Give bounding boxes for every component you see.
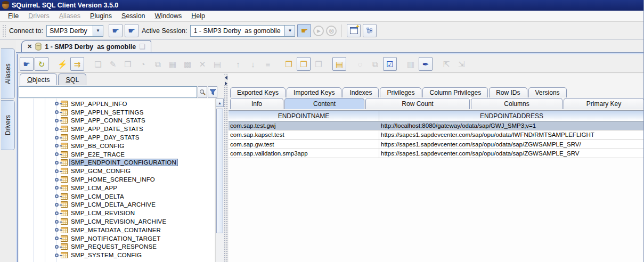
tab-primary-key[interactable]: Primary Key xyxy=(564,98,644,109)
menu-item[interactable]: File xyxy=(3,11,23,21)
tree-item[interactable]: SMP_APPLN_INFO xyxy=(19,100,215,108)
detail-tab[interactable]: Column Privileges xyxy=(422,87,488,97)
sep[interactable] xyxy=(327,57,331,71)
tree-item[interactable]: SMP_METADATA_CONTAINER xyxy=(19,226,215,234)
panel-splitter[interactable] xyxy=(224,73,228,262)
arrow-down-icon[interactable]: ↓ xyxy=(246,57,260,71)
validate-icon[interactable]: ☑ xyxy=(383,57,397,71)
sep[interactable] xyxy=(50,57,54,71)
duplicate-icon[interactable]: ⧉ xyxy=(368,57,382,71)
expand-knob-icon[interactable] xyxy=(55,220,59,224)
alias-properties-button[interactable]: ☛ xyxy=(125,24,138,37)
delete-icon[interactable]: ✕ xyxy=(195,57,209,71)
tree-scrollbar[interactable]: ▲ xyxy=(215,99,224,262)
collapse-left-icon[interactable] xyxy=(225,76,227,80)
sep[interactable] xyxy=(398,57,403,71)
copy-icon[interactable]: ⧉ xyxy=(151,57,165,71)
object-tree-button[interactable] xyxy=(363,24,377,37)
tree-item[interactable]: SMP_ENDPOINT_CONFIGURATION xyxy=(19,159,215,167)
history-icon[interactable]: ◔ xyxy=(136,57,150,71)
column-header-endpointname[interactable]: ENDPOINTNAME xyxy=(229,111,379,121)
collapse-right-icon[interactable] xyxy=(225,81,227,86)
tree-item[interactable]: SMP_GCM_CONFIG xyxy=(19,167,215,175)
panel-tab[interactable]: Objects xyxy=(20,73,57,85)
expand-knob-icon[interactable] xyxy=(55,186,59,190)
com.sap.validation.smp3app[interactable]: com.sap.validation.smp3app https://sapes… xyxy=(229,149,644,158)
refresh-icon[interactable]: ↻ xyxy=(35,57,48,71)
filter-button[interactable] xyxy=(208,86,217,98)
tree-filter-input[interactable] xyxy=(19,86,197,98)
sep[interactable] xyxy=(276,57,281,71)
window-pointer-icon[interactable]: ❐ xyxy=(297,57,311,71)
tree-item[interactable]: SMP_LCM_DELTA_ARCHIVE xyxy=(19,201,215,209)
save-as-icon[interactable]: ▩ xyxy=(181,57,194,71)
detail-tab[interactable]: Exported Keys xyxy=(230,87,286,97)
edit-icon[interactable]: ✎ xyxy=(106,57,120,71)
menu-item[interactable]: Aliases xyxy=(54,11,85,21)
cancel-session-button[interactable]: ⊗ xyxy=(326,26,337,36)
toolbar-grip[interactable] xyxy=(2,24,6,37)
cascade-windows-icon[interactable]: ❐ xyxy=(312,57,325,71)
commit-icon[interactable]: ⇉ xyxy=(70,57,84,71)
expand-knob-icon[interactable] xyxy=(55,144,59,148)
tree-item[interactable]: SMP_SYSTEM_CONFIG xyxy=(19,251,215,259)
tree-item[interactable]: SMP_BB_CONFIG xyxy=(19,142,215,150)
tree-item[interactable]: SMP_REQUEST_RESPONSE xyxy=(19,243,215,251)
expand-knob-icon[interactable] xyxy=(55,228,59,232)
arrow-up-icon[interactable]: ↑ xyxy=(231,57,245,71)
list-icon[interactable]: ≡ xyxy=(261,57,275,71)
detail-tab[interactable]: Privileges xyxy=(380,87,421,97)
expand-knob-icon[interactable] xyxy=(55,136,59,140)
save-icon[interactable]: ▦ xyxy=(166,57,180,71)
column-header-endpointaddress[interactable]: ENDPOINTADDRESS xyxy=(379,111,644,121)
menu-item[interactable]: Drivers xyxy=(23,11,54,21)
connect-table-icon[interactable]: ☛ xyxy=(20,57,34,71)
alias-combobox[interactable]: SMP3 Derby ▼ xyxy=(46,25,103,37)
sep[interactable] xyxy=(434,57,438,71)
tree-item[interactable]: SMP_APP_CONN_STATS xyxy=(19,117,215,125)
tile-windows-icon[interactable]: ❐ xyxy=(282,57,296,71)
detail-tab[interactable]: Indexes xyxy=(343,87,379,97)
new-file-icon[interactable]: ❏ xyxy=(91,57,105,71)
find-button[interactable] xyxy=(198,86,207,98)
books-icon[interactable]: ▥ xyxy=(404,57,418,71)
aliases-rail-tab[interactable]: Aliases xyxy=(1,48,15,99)
menu-item[interactable]: Plugins xyxy=(85,11,117,21)
expand-knob-icon[interactable] xyxy=(55,203,59,207)
worksheet-icon[interactable]: ▤ xyxy=(332,57,346,71)
com.sap.kapsel.test[interactable]: com.sap.kapsel.test https://sapes1.sapde… xyxy=(229,130,644,140)
expand-knob-icon[interactable] xyxy=(55,161,59,165)
sep[interactable] xyxy=(347,57,352,71)
detail-tab[interactable]: Versions xyxy=(528,87,567,97)
chevron-down-icon[interactable]: ▼ xyxy=(93,26,103,36)
expand-knob-icon[interactable] xyxy=(55,127,59,131)
com.sap.test.gwj[interactable]: com.sap.test.gwj http://localhost:8080/g… xyxy=(229,121,644,130)
session-tab[interactable]: ✕ 1 - SMP3 Derby as gomobile ❏ xyxy=(21,40,151,52)
expand-knob-icon[interactable] xyxy=(55,119,59,122)
file-icon[interactable]: ❏ xyxy=(139,43,145,51)
connect-alias-button[interactable]: ☛ xyxy=(109,24,123,37)
detail-tab[interactable]: Row IDs xyxy=(489,87,527,97)
expand-knob-icon[interactable] xyxy=(55,194,59,198)
run-icon[interactable]: ⚡ xyxy=(55,57,69,71)
tree-item[interactable]: SMP_APP_DATE_STATS xyxy=(19,125,215,133)
tab-columns[interactable]: Columns xyxy=(471,98,563,109)
drivers-rail-tab[interactable]: Drivers xyxy=(1,100,15,150)
scroll-up-arrow-icon[interactable]: ▲ xyxy=(216,99,224,107)
tab-row-count[interactable]: Row Count xyxy=(365,98,470,109)
detail-tab[interactable]: Imported Keys xyxy=(287,87,341,97)
expand-knob-icon[interactable] xyxy=(55,236,59,240)
expand-knob-icon[interactable] xyxy=(55,102,59,105)
menu-item[interactable]: Windows xyxy=(150,11,187,21)
expand-knob-icon[interactable] xyxy=(55,152,59,156)
expand-knob-icon[interactable] xyxy=(55,178,59,182)
active-session-combobox[interactable]: 1 - SMP3 Derby as gomobile ▼ xyxy=(190,25,295,37)
tree-item[interactable]: SMP_LCM_REVISION_ARCHIVE xyxy=(19,217,215,226)
sep[interactable] xyxy=(85,57,90,71)
com.sap.gw.test[interactable]: com.sap.gw.test https://sapes1.sapdevcen… xyxy=(229,140,644,149)
open-icon[interactable]: ❒ xyxy=(121,57,135,71)
limit-rows-up-icon[interactable]: ⇱ xyxy=(439,57,453,71)
panel-tab[interactable]: SQL xyxy=(58,73,86,85)
find-icon[interactable]: ◌ xyxy=(353,57,367,71)
session-window-button[interactable]: ☛ xyxy=(297,24,311,37)
